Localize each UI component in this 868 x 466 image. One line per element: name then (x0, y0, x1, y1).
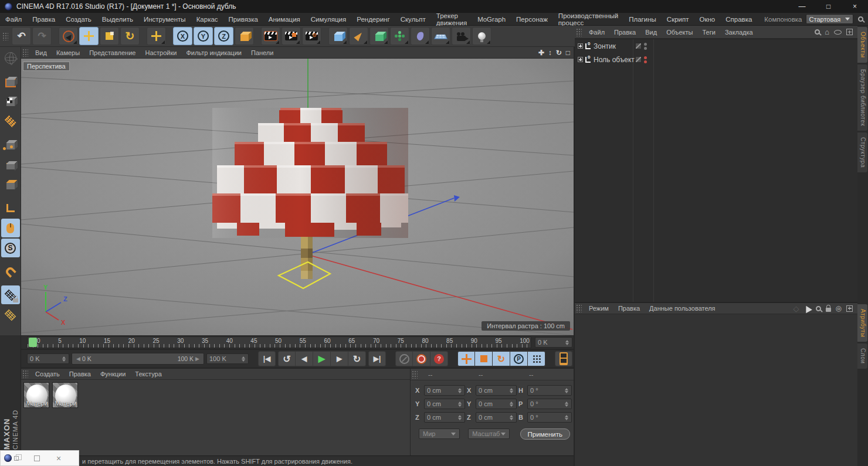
edges-mode-button[interactable] (1, 155, 20, 174)
attribute-manager-menu-item[interactable]: Данные пользователя (645, 303, 720, 314)
cursor-arrow-icon[interactable] (803, 304, 812, 312)
play-backwards-button[interactable]: ↺ (278, 351, 296, 366)
spinner-arrows[interactable] (61, 355, 66, 362)
workplane-mode-button[interactable] (1, 305, 20, 324)
material-menu-item[interactable]: Функции (96, 369, 130, 379)
make-editable-button[interactable] (1, 72, 20, 91)
lock-x-axis-button[interactable]: X (173, 27, 192, 45)
home-icon[interactable]: ⌂ (825, 28, 829, 36)
filter-oval-icon[interactable] (834, 30, 842, 35)
close-x-icon[interactable]: × (56, 454, 61, 463)
expand-icon[interactable] (578, 43, 583, 49)
viewport-menu-item[interactable]: Камеры (52, 48, 84, 57)
spinner-arrows[interactable] (457, 387, 462, 394)
close-button[interactable]: × (842, 0, 868, 13)
scale-tool-button[interactable] (100, 27, 119, 45)
key-scale-toggle[interactable] (475, 351, 493, 366)
redo-button[interactable]: ↷ (32, 27, 52, 45)
coordinates-grip[interactable] (412, 370, 418, 379)
spinner-arrows[interactable] (564, 414, 569, 421)
object-name[interactable]: Зонтик (594, 42, 616, 50)
menu-item[interactable]: Скрипт (662, 14, 694, 25)
object-manager-menu-item[interactable]: Правка (609, 27, 640, 38)
apply-button[interactable]: Применить (520, 428, 570, 440)
undo-button[interactable]: ↶ (12, 27, 31, 45)
scale-dropdown[interactable]: Масштаб (468, 428, 509, 439)
add-panel-icon[interactable] (846, 29, 853, 35)
visibility-dot-editor[interactable] (644, 43, 647, 46)
material-grip[interactable] (22, 370, 28, 378)
deformer-button[interactable] (411, 27, 430, 45)
spline-pen-button[interactable] (349, 27, 368, 45)
menu-item[interactable]: Правка (27, 14, 60, 25)
viewport-menu-item[interactable]: Панели (246, 48, 278, 57)
rotate-tool-button[interactable]: ↻ (120, 27, 140, 45)
render-region-button[interactable] (282, 27, 301, 45)
menu-item[interactable]: Персонаж (511, 14, 553, 25)
viewport-menu-item[interactable]: Представление (84, 48, 140, 57)
coord-scale-field[interactable]: 0 cm (476, 399, 517, 409)
viewport-solo-button[interactable] (1, 219, 20, 237)
menu-item[interactable]: Окно (694, 14, 721, 25)
key-parameter-toggle[interactable]: P (510, 351, 528, 366)
current-frame-field[interactable]: 0 K (535, 337, 572, 348)
lock-y-axis-button[interactable]: Y (194, 27, 213, 45)
am-add-icon[interactable] (846, 305, 853, 312)
next-frame-button[interactable]: ▶ (331, 351, 348, 366)
spinner-arrows[interactable] (508, 414, 514, 421)
subdivision-surface-button[interactable] (369, 27, 389, 45)
panel-tab[interactable]: Браузер библиотек (857, 64, 867, 131)
panel-tab[interactable]: Структура (857, 132, 867, 172)
viewport-maximize-icon[interactable]: □ (566, 49, 570, 57)
object-row[interactable]: 0 Ноль объект (575, 53, 857, 66)
restore-icon[interactable] (14, 456, 19, 461)
spinner-arrows[interactable] (457, 414, 462, 421)
spinner-arrows[interactable] (564, 339, 569, 346)
render-settings-button[interactable]: ⚙ (302, 27, 321, 45)
expand-icon[interactable] (578, 57, 583, 62)
maximize-button[interactable]: □ (815, 0, 842, 13)
maximize-box-icon[interactable] (34, 455, 40, 461)
material-menu-item[interactable]: Правка (65, 369, 96, 379)
viewport-menu-item[interactable]: Фильтр индикации (181, 48, 246, 57)
attribute-manager-menu-item[interactable]: Режим (584, 303, 613, 314)
menu-item[interactable]: Справка (720, 14, 757, 25)
coordinate-system-button[interactable] (235, 27, 254, 45)
play-forwards-button[interactable]: ↻ (348, 351, 366, 366)
attribute-manager-grip[interactable] (576, 304, 582, 312)
polygons-mode-button[interactable] (1, 175, 20, 194)
generators-button[interactable] (390, 27, 409, 45)
floating-window-titlebar[interactable]: × (0, 450, 79, 466)
visibility-dot-editor[interactable] (644, 56, 647, 59)
add-primitive-button[interactable] (328, 27, 348, 45)
menu-item[interactable]: Каркас (191, 14, 223, 25)
render-view-button[interactable] (261, 27, 280, 45)
am-lock-icon[interactable] (826, 308, 831, 312)
menu-item[interactable]: Скульпт (395, 14, 431, 25)
panel-tab[interactable]: Слои (857, 343, 867, 368)
coord-position-field[interactable]: 0 cm (424, 399, 465, 409)
playhead[interactable] (29, 338, 37, 347)
range-right-icon[interactable]: ▶ (194, 356, 201, 362)
key-pla-toggle[interactable] (528, 351, 545, 366)
object-manager-menu-item[interactable]: Файл (584, 27, 609, 38)
viewport-menu-item[interactable]: Вид (30, 48, 52, 57)
keyframe-record-button[interactable] (413, 351, 430, 366)
material-menu-item[interactable]: Текстура (130, 369, 166, 379)
range-left-icon[interactable]: ◀ (74, 356, 82, 362)
range-slider[interactable]: ◀ 0 K 100 K ▶ (72, 353, 204, 365)
spinner-arrows[interactable] (508, 400, 514, 407)
camera-label[interactable]: Перспектива (23, 62, 70, 71)
menu-item[interactable]: Инструменты (138, 14, 191, 25)
snap-button[interactable]: S (1, 239, 20, 257)
points-mode-button[interactable] (1, 135, 20, 154)
key-rotation-toggle[interactable]: ↻ (493, 351, 510, 366)
viewport-canvas[interactable]: Y Z X Интервал растра : 100 cm (21, 59, 574, 335)
object-manager-grip[interactable] (576, 28, 582, 36)
key-position-toggle[interactable] (457, 351, 475, 366)
model-mode-button[interactable] (1, 92, 20, 111)
coord-scale-field[interactable]: 0 cm (476, 385, 517, 396)
enable-toggle-icon[interactable] (635, 43, 642, 49)
layout-dropdown[interactable]: Стартовая (806, 14, 853, 24)
spinner-arrows[interactable] (508, 387, 514, 394)
